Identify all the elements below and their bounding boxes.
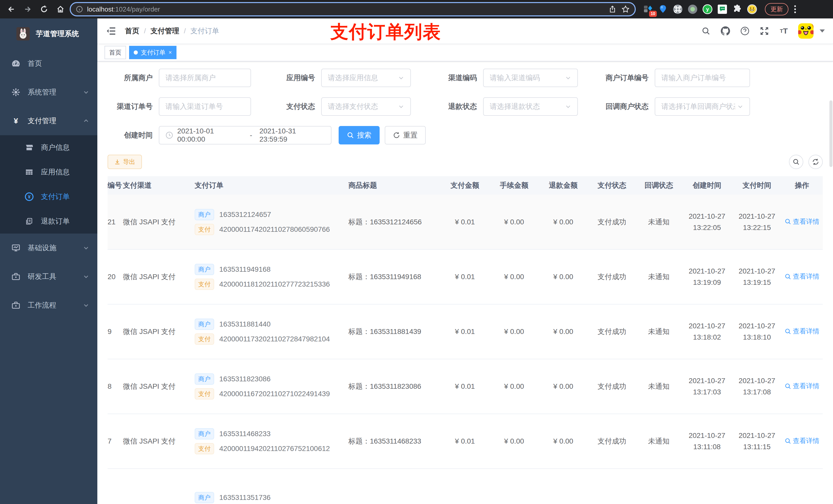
- sidebar-item-system[interactable]: 系统管理: [0, 78, 97, 106]
- breadcrumb: 首页 / 支付管理 / 支付订单: [125, 26, 219, 36]
- user-avatar[interactable]: [798, 23, 813, 39]
- view-detail-link[interactable]: 查看详情: [785, 272, 819, 281]
- page-scrollbar[interactable]: [829, 100, 832, 167]
- sidebar-item-pay-order[interactable]: ¥ 支付订单: [0, 184, 97, 209]
- sidebar-item-refund-order[interactable]: 退款订单: [0, 209, 97, 234]
- briefcase-icon: [11, 301, 21, 310]
- search-button[interactable]: 搜索: [339, 126, 380, 144]
- url-bar[interactable]: localhost:1024/pay/order: [70, 2, 636, 16]
- refresh-icon: [393, 131, 400, 139]
- app-title: 芋道管理系统: [36, 29, 79, 39]
- table-row-partial: 商户 1635311351736: [108, 469, 823, 504]
- table-header-row: 编号 支付渠道 支付订单 商品标题 支付金额 手续金额 退款金额 支付状态 回调…: [108, 176, 823, 195]
- browser-update-button[interactable]: 更新: [765, 3, 788, 15]
- breadcrumb-home[interactable]: 首页: [125, 26, 139, 36]
- app-logo[interactable]: 芋道管理系统: [0, 19, 97, 49]
- tab-home[interactable]: 首页: [104, 46, 126, 59]
- magnifier-icon: [785, 273, 791, 280]
- reload-icon[interactable]: [37, 2, 51, 16]
- channel-order-no-field[interactable]: [159, 97, 251, 116]
- sidekick-extension-icon[interactable]: 10: [643, 4, 653, 14]
- date-end: 2021-10-31 23:59:59: [260, 127, 325, 143]
- clock-icon: [165, 131, 173, 139]
- view-detail-link[interactable]: 查看详情: [785, 436, 819, 446]
- fullscreen-icon[interactable]: [759, 26, 769, 36]
- merchant-order-no-field[interactable]: [655, 69, 750, 87]
- magnifier-icon: [785, 218, 791, 225]
- sidebar-collapse-icon[interactable]: [105, 25, 117, 37]
- y-extension-icon[interactable]: y: [703, 4, 713, 14]
- reset-button[interactable]: 重置: [385, 126, 426, 144]
- chevron-down-icon: [83, 273, 89, 280]
- bookmark-star-icon[interactable]: [621, 5, 629, 13]
- share-icon[interactable]: [609, 5, 616, 13]
- extension-badge: 10: [649, 11, 657, 17]
- sidebar-item-infra[interactable]: 基础设施: [0, 234, 97, 262]
- view-detail-link[interactable]: 查看详情: [785, 382, 819, 390]
- forward-icon[interactable]: [21, 2, 35, 16]
- profile-emoji-icon[interactable]: [747, 4, 757, 14]
- tab-pay-order[interactable]: 支付订单 ×: [129, 46, 176, 59]
- merchant-tag: 商户: [195, 428, 214, 439]
- table-row: 20 微信 JSAPI 支付 商户 1635311949168 支付 42000…: [108, 249, 823, 304]
- home-icon[interactable]: [53, 2, 68, 16]
- back-icon[interactable]: [4, 2, 19, 16]
- pay-tag: 支付: [195, 333, 214, 345]
- merchant-input[interactable]: [165, 74, 244, 82]
- orders-table: 编号 支付渠道 支付订单 商品标题 支付金额 手续金额 退款金额 支付状态 回调…: [108, 176, 823, 504]
- font-size-icon[interactable]: TT: [779, 26, 789, 36]
- create-time-range-picker[interactable]: 2021-10-01 00:00:00 - 2021-10-31 23:59:5…: [159, 126, 331, 144]
- extensions-puzzle-icon[interactable]: [732, 4, 742, 14]
- sidebar: 芋道管理系统 首页 系统管理 ¥ 支付管理: [0, 19, 97, 504]
- pay-tag: 支付: [195, 443, 214, 454]
- sidebar-item-app-info[interactable]: 应用信息: [0, 160, 97, 184]
- table-grid-icon: [25, 168, 34, 176]
- balloon-extension-icon[interactable]: [658, 4, 668, 14]
- tags-view-bar: 首页 支付订单 ×: [97, 44, 833, 62]
- sidebar-item-pay[interactable]: ¥ 支付管理: [0, 106, 97, 135]
- view-detail-link[interactable]: 查看详情: [785, 217, 819, 226]
- page: localhost:1024/pay/order 10 y: [0, 0, 833, 504]
- refund-status-select[interactable]: 请选择退款状态: [483, 97, 578, 116]
- copy-doc-icon: [25, 217, 34, 225]
- chevron-down-icon: [83, 89, 89, 95]
- chevron-up-icon: [83, 118, 89, 124]
- sidebar-item-merchant-info[interactable]: 商户信息: [0, 135, 97, 160]
- chevron-down-icon: [83, 302, 89, 308]
- help-icon[interactable]: [740, 26, 750, 36]
- yen-icon: ¥: [11, 117, 21, 125]
- refresh-table-button[interactable]: [808, 155, 823, 169]
- filter-row-2: 渠道订单号 支付状态 请选择支付状态 退款状态 请选择退款状态 回调商户状态: [108, 97, 823, 116]
- search-icon[interactable]: [701, 26, 711, 36]
- channel-order-no-input[interactable]: [165, 102, 244, 111]
- sidebar-item-workflow[interactable]: 工作流程: [0, 291, 97, 320]
- url-text: localhost:1024/pay/order: [87, 5, 604, 13]
- app-select[interactable]: 请选择应用信息: [321, 69, 411, 87]
- grey-dot-extension-icon[interactable]: [688, 4, 698, 14]
- page-content: 所属商户 应用编号 请选择应用信息 渠道编码 请输入渠道编码 商户订单编号: [97, 62, 833, 504]
- pay-status-select[interactable]: 请选择支付状态: [321, 97, 411, 116]
- show-search-toggle-button[interactable]: [789, 155, 803, 169]
- magnifier-icon: [785, 438, 791, 444]
- sidebar-item-devtools[interactable]: 研发工具: [0, 262, 97, 291]
- table-row: 7 微信 JSAPI 支付 商户 1635311468233 支付 420000…: [108, 414, 823, 469]
- browser-menu-icon[interactable]: [794, 5, 796, 13]
- command-extension-icon[interactable]: [673, 4, 683, 14]
- merchant-order-no-input[interactable]: [661, 74, 743, 82]
- chat-extension-icon[interactable]: [717, 4, 728, 14]
- refresh-icon: [812, 158, 819, 165]
- export-button[interactable]: 导出: [108, 155, 142, 169]
- info-icon: [76, 6, 83, 13]
- avatar-caret-icon[interactable]: [820, 29, 825, 32]
- github-icon[interactable]: [720, 26, 731, 36]
- search-icon: [347, 131, 354, 139]
- close-tab-icon[interactable]: ×: [169, 49, 172, 56]
- breadcrumb-current: 支付订单: [191, 26, 219, 36]
- yen-circle-icon: ¥: [25, 192, 34, 201]
- breadcrumb-pay[interactable]: 支付管理: [151, 26, 179, 36]
- view-detail-link[interactable]: 查看详情: [785, 327, 819, 336]
- sidebar-item-home[interactable]: 首页: [0, 49, 97, 78]
- channel-code-select[interactable]: 请输入渠道编码: [483, 69, 578, 87]
- merchant-select[interactable]: [159, 69, 251, 87]
- notify-status-select[interactable]: 请选择订单回调商户状态: [655, 97, 750, 116]
